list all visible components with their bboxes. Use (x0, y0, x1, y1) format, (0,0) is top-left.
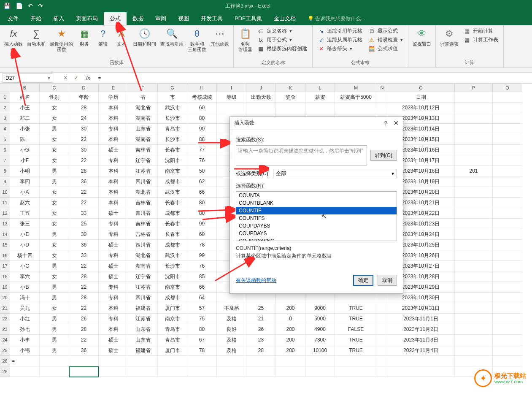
cell[interactable]: 辽宁省 (128, 155, 158, 166)
cell[interactable]: 28 (69, 293, 99, 303)
cell[interactable] (493, 145, 522, 155)
cell[interactable]: 本科 (99, 324, 128, 335)
column-header[interactable]: B (10, 84, 40, 92)
cell[interactable]: 小E (10, 229, 40, 240)
cell[interactable]: 男 (40, 335, 69, 345)
cell[interactable]: 本科 (99, 303, 128, 314)
column-header[interactable]: F (128, 84, 158, 92)
cell[interactable]: 小张 (10, 124, 40, 134)
tab-wps[interactable]: 金山文档 (268, 12, 302, 25)
define-name-item[interactable]: 🏷定义名称 ▾ (257, 27, 308, 35)
tab-pdf[interactable]: PDF工具集 (229, 12, 268, 25)
cell[interactable]: 76 (187, 155, 217, 166)
cell[interactable]: 80 (187, 208, 217, 219)
cell[interactable]: 山东省 (128, 335, 158, 345)
cell[interactable]: 77 (187, 145, 217, 155)
cell[interactable]: 湖北省 (128, 187, 158, 198)
header-cell[interactable]: 年龄 (69, 92, 99, 103)
cell[interactable]: 男 (40, 176, 69, 187)
cell[interactable]: 99 (187, 219, 217, 229)
cell[interactable]: 赵六 (10, 198, 40, 208)
cell[interactable]: 李四 (10, 176, 40, 187)
cell[interactable] (455, 113, 493, 124)
tell-me-input[interactable]: 💡 告诉我您想要做什么... (308, 15, 365, 22)
cell[interactable]: 长沙市 (158, 261, 187, 271)
cell[interactable] (305, 293, 335, 303)
cell[interactable]: 本科 (99, 198, 128, 208)
cell[interactable] (493, 187, 522, 198)
row-header[interactable]: 5 (0, 134, 10, 145)
column-header[interactable]: M (335, 84, 377, 92)
header-cell[interactable]: 薪资 (305, 92, 335, 103)
header-cell[interactable]: 性别 (40, 92, 69, 103)
cell[interactable]: 硕士 (99, 345, 128, 356)
cell[interactable]: 28 (69, 271, 99, 282)
function-list-item[interactable]: COUNTA (236, 192, 397, 199)
cell[interactable]: 成都市 (158, 208, 187, 219)
cell[interactable]: 22 (69, 198, 99, 208)
cell[interactable]: 女 (40, 271, 69, 282)
cell[interactable] (493, 324, 522, 335)
cell[interactable]: 硕士 (99, 145, 128, 155)
cell[interactable]: 及格 (217, 345, 246, 356)
row-header[interactable]: 14 (0, 229, 10, 240)
cell[interactable]: 男 (40, 166, 69, 176)
cell[interactable]: 26 (69, 314, 99, 324)
cell[interactable]: 女 (40, 250, 69, 261)
cell[interactable]: 28 (246, 345, 276, 356)
cell[interactable]: 小D (10, 240, 40, 250)
cell[interactable]: 江苏省 (128, 314, 158, 324)
row-header[interactable]: 1 (0, 92, 10, 103)
cell[interactable]: 硕士 (99, 240, 128, 250)
tab-dev[interactable]: 开发工具 (195, 12, 229, 25)
cell[interactable] (493, 314, 522, 324)
cell[interactable]: 吉林省 (128, 219, 158, 229)
cell[interactable]: 吴九 (10, 303, 40, 314)
cell[interactable]: 男 (40, 261, 69, 271)
cell[interactable]: 女 (40, 113, 69, 124)
tab-home[interactable]: 开始 (24, 12, 47, 25)
cell[interactable]: 专科 (99, 314, 128, 324)
cell[interactable] (217, 103, 246, 113)
row-header[interactable]: 10 (0, 187, 10, 198)
tab-view[interactable]: 视图 (172, 12, 195, 25)
cell[interactable] (335, 103, 377, 113)
cell[interactable]: 四川省 (128, 240, 158, 250)
row-header[interactable]: 6 (0, 145, 10, 155)
row-header[interactable]: 26 (0, 356, 10, 366)
cell[interactable]: 女 (40, 208, 69, 219)
cell[interactable]: 99 (187, 250, 217, 261)
financial-button[interactable]: ▦财务 (76, 26, 93, 48)
cell[interactable] (276, 356, 305, 366)
cell[interactable] (455, 103, 493, 113)
cell[interactable]: 福建省 (128, 345, 158, 356)
cell[interactable] (455, 240, 493, 250)
chevron-down-icon[interactable]: ▾ (392, 171, 394, 176)
cell[interactable]: 小韦 (10, 345, 40, 356)
cell[interactable] (40, 356, 69, 366)
cell[interactable] (158, 356, 187, 366)
fx-icon[interactable]: fx (86, 75, 90, 81)
column-header[interactable]: C (40, 84, 69, 92)
cell[interactable]: 22 (69, 134, 99, 145)
cell[interactable]: 10100 (305, 345, 335, 356)
header-cell[interactable]: 日期 (387, 92, 455, 103)
row-header[interactable]: 12 (0, 208, 10, 219)
cell[interactable]: 小李 (10, 335, 40, 345)
header-cell[interactable]: 学历 (99, 92, 128, 103)
cell[interactable]: 76 (187, 261, 217, 271)
cell[interactable] (455, 345, 493, 356)
cell[interactable]: 小F (10, 155, 40, 166)
cell[interactable]: 2023年10月12日 (387, 103, 455, 113)
function-list-item[interactable]: COUNTIFS (236, 214, 397, 222)
cell[interactable]: 青岛市 (158, 124, 187, 134)
column-header[interactable]: N (377, 84, 387, 92)
cell[interactable]: 85 (187, 271, 217, 282)
cell[interactable]: 沈阳市 (158, 271, 187, 282)
cell[interactable]: 陈一 (10, 134, 40, 145)
cell[interactable]: 长春市 (158, 219, 187, 229)
cell[interactable]: 88 (187, 134, 217, 145)
cell[interactable]: 2023年11月3日 (387, 335, 455, 345)
cell[interactable]: 沈阳市 (158, 155, 187, 166)
cell[interactable] (455, 314, 493, 324)
